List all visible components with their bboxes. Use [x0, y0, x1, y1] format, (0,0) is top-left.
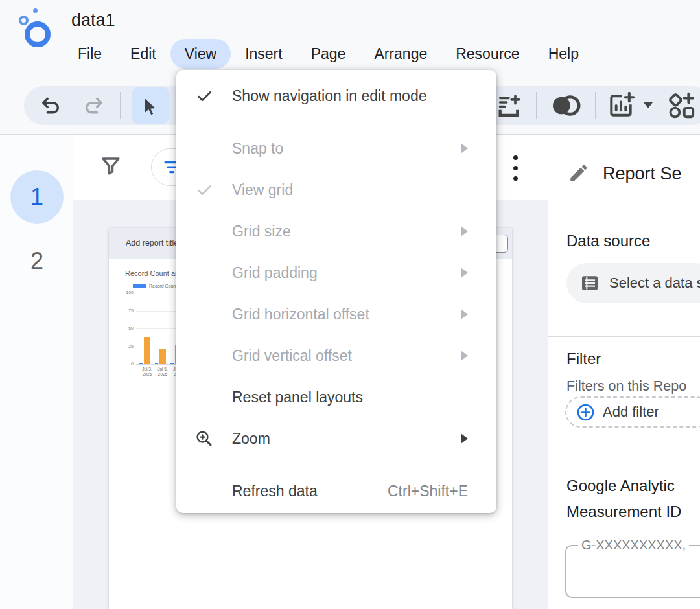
filter-funnel-icon[interactable]: [99, 155, 122, 178]
menu-item-label: View grid: [232, 181, 293, 199]
report-settings-panel: Report Se Data source Select a data s Fi…: [548, 135, 700, 609]
zoom-in-icon: [194, 429, 214, 448]
view-menu-item-grid-size: Grid size: [176, 211, 496, 252]
add-data-icon[interactable]: [496, 93, 522, 119]
cursor-icon: [141, 97, 159, 115]
view-menu-item-refresh-data[interactable]: Refresh dataCtrl+Shift+E: [176, 470, 496, 512]
menu-item-label: Zoom: [232, 430, 270, 448]
add-filter-button[interactable]: Add filter: [565, 396, 700, 428]
menu-item-label: Grid padding: [232, 264, 318, 282]
looker-studio-logo-icon: [25, 21, 52, 49]
view-menu-item-snap-to: Snap to: [176, 128, 496, 169]
menu-item-label: Grid horizontal offset: [232, 306, 369, 323]
y-axis-tick-label: 100: [114, 290, 134, 295]
menu-separator: [176, 122, 496, 122]
ga-measurement-heading: Google Analytic Measurement ID: [566, 473, 681, 525]
data-source-heading: Data source: [566, 232, 650, 250]
menu-item-label: Reset panel layouts: [232, 389, 363, 406]
menubar: File Edit View Insert Page Arrange Resou…: [64, 39, 593, 69]
y-axis-tick-label: 25: [114, 344, 134, 349]
menu-item-shortcut: Ctrl+Shift+E: [388, 483, 468, 500]
filter-subtext: Filters on this Repo: [566, 378, 686, 395]
panel-title: Report Se: [603, 164, 682, 184]
view-menu-item-reset-panel-layouts[interactable]: Reset panel layouts: [176, 376, 496, 418]
check-icon: [196, 87, 213, 105]
report-title-placeholder[interactable]: Add report title: [126, 238, 178, 247]
check-icon: [196, 181, 213, 199]
submenu-arrow-icon: [461, 268, 468, 278]
menu-item-label: Refresh data: [232, 483, 318, 500]
y-axis-tick-label: 50: [114, 326, 134, 330]
view-menu-dropdown: Show navigation in edit modeSnap toView …: [176, 70, 496, 513]
view-menu-item-grid-vertical-offset: Grid vertical offset: [176, 335, 496, 376]
menu-arrange[interactable]: Arrange: [360, 39, 441, 69]
toolbar-divider: [536, 92, 537, 119]
view-menu-item-show-navigation-in-edit-mode[interactable]: Show navigation in edit mode: [176, 75, 496, 117]
add-chart-icon[interactable]: [607, 91, 635, 120]
submenu-arrow-icon: [461, 143, 468, 154]
add-filter-label: Add filter: [603, 404, 659, 420]
add-chart-dropdown-caret-icon[interactable]: [644, 102, 653, 108]
menu-separator: [176, 465, 496, 465]
y-axis-tick-label: 75: [114, 308, 134, 313]
edit-pencil-icon: [568, 162, 590, 184]
add-circle-icon: [576, 403, 595, 422]
view-menu-item-grid-horizontal-offset: Grid horizontal offset: [176, 293, 496, 335]
menu-item-label: Snap to: [232, 140, 283, 157]
bar-series-2: [144, 337, 150, 364]
menu-resource[interactable]: Resource: [441, 39, 533, 69]
data-source-table-icon: [579, 273, 600, 293]
page-thumbnail-1[interactable]: 1: [10, 170, 64, 224]
toolbar-divider: [120, 92, 121, 119]
bar-record-count: [170, 363, 174, 364]
submenu-arrow-icon: [461, 226, 468, 236]
menu-item-label: Grid vertical offset: [232, 347, 352, 365]
submenu-arrow-icon: [461, 309, 468, 319]
more-options-kebab-icon[interactable]: [509, 153, 522, 183]
view-menu-item-view-grid: View grid: [176, 169, 496, 211]
select-data-source-label: Select a data s: [609, 275, 700, 292]
blend-data-icon[interactable]: [548, 93, 584, 119]
view-menu-item-grid-padding: Grid padding: [176, 252, 496, 293]
menu-item-label: Grid size: [232, 223, 291, 240]
bar-record-count: [139, 363, 143, 364]
menu-item-label: Show navigation in edit mode: [232, 87, 426, 105]
view-menu-item-zoom[interactable]: Zoom: [176, 418, 496, 459]
undo-icon[interactable]: [40, 95, 62, 117]
pages-sidebar: 1 2: [0, 135, 73, 609]
document-title[interactable]: data1: [71, 10, 115, 30]
community-visualizations-icon[interactable]: [666, 91, 696, 121]
bar-series-2: [159, 349, 166, 364]
ga-input-floating-label: G-XXXXXXXXXX,: [578, 538, 689, 553]
menu-view[interactable]: View: [170, 39, 231, 69]
submenu-arrow-icon: [461, 433, 468, 444]
redo-icon[interactable]: [82, 95, 104, 117]
menu-file[interactable]: File: [64, 39, 116, 69]
select-tool-button[interactable]: [132, 87, 169, 124]
y-axis-tick-label: 0: [114, 362, 134, 366]
ga-measurement-id-input[interactable]: G-XXXXXXXXXX,: [565, 545, 700, 598]
legend-swatch: [133, 284, 146, 288]
toolbar-divider: [595, 92, 596, 119]
filter-heading: Filter: [566, 350, 601, 368]
menu-help[interactable]: Help: [534, 39, 593, 69]
menu-edit[interactable]: Edit: [116, 39, 170, 69]
menu-page[interactable]: Page: [297, 39, 360, 69]
legend-label: Record Count: [149, 284, 177, 288]
select-data-source-button[interactable]: Select a data s: [566, 263, 700, 303]
page-thumbnail-2[interactable]: 2: [10, 244, 64, 278]
submenu-arrow-icon: [461, 350, 468, 361]
menu-insert[interactable]: Insert: [231, 39, 297, 69]
bar-record-count: [155, 363, 158, 364]
